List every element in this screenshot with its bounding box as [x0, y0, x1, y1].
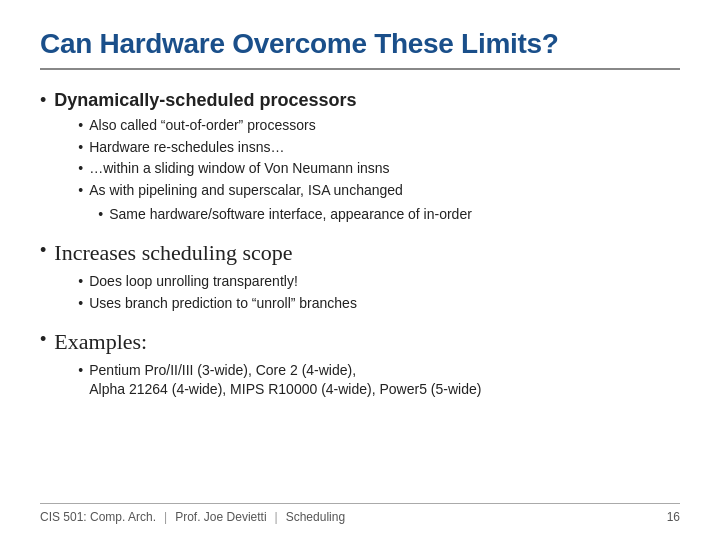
bullet-marker-2: •	[40, 239, 46, 262]
footer-page-number: 16	[667, 510, 680, 524]
footer-topic: Scheduling	[286, 510, 345, 524]
bullet-marker: •	[78, 116, 83, 136]
list-item: • Does loop unrolling transparently!	[78, 272, 357, 292]
bullet-marker: •	[98, 205, 103, 225]
list-item: • Also called “out-of-order” processors	[78, 116, 472, 136]
list-item: • …within a sliding window of Von Neuman…	[78, 159, 472, 179]
footer-sep-1: |	[164, 510, 167, 524]
slide-title: Can Hardware Overcome These Limits?	[40, 28, 680, 70]
bullet-marker-3: •	[40, 328, 46, 351]
bullet-marker: •	[78, 181, 83, 201]
section-2-header: Increases scheduling scope	[54, 240, 292, 265]
list-item: • Pentium Pro/II/III (3-wide), Core 2 (4…	[78, 361, 481, 400]
section-2-subbullets: • Does loop unrolling transparently! • U…	[78, 272, 357, 313]
footer-left: CIS 501: Comp. Arch. | Prof. Joe Deviett…	[40, 510, 345, 524]
section-increases-scheduling: • Increases scheduling scope • Does loop…	[40, 238, 680, 313]
sub-item-text: Also called “out-of-order” processors	[89, 116, 315, 136]
sub-item-text: As with pipelining and superscalar, ISA …	[89, 181, 403, 201]
section-dynamically-scheduled: • Dynamically-scheduled processors • Als…	[40, 88, 680, 224]
section-2-body: Increases scheduling scope • Does loop u…	[54, 238, 357, 313]
sub-item-text: …within a sliding window of Von Neumann …	[89, 159, 389, 179]
bullet-marker: •	[78, 361, 83, 381]
slide-footer: CIS 501: Comp. Arch. | Prof. Joe Deviett…	[40, 503, 680, 524]
sub-sub-item-text: Same hardware/software interface, appear…	[109, 205, 472, 225]
section-1-subbullets: • Also called “out-of-order” processors …	[78, 116, 472, 224]
section-3-body: Examples: • Pentium Pro/II/III (3-wide),…	[54, 327, 481, 400]
list-item-nested: • Same hardware/software interface, appe…	[98, 205, 472, 225]
list-item: • Hardware re-schedules insns…	[78, 138, 472, 158]
sub-item-text: Uses branch prediction to “unroll” branc…	[89, 294, 357, 314]
section-3-header: Examples:	[54, 329, 147, 354]
slide-content: • Dynamically-scheduled processors • Als…	[40, 88, 680, 503]
list-item: • Uses branch prediction to “unroll” bra…	[78, 294, 357, 314]
section-3-subbullets: • Pentium Pro/II/III (3-wide), Core 2 (4…	[78, 361, 481, 400]
list-item: • As with pipelining and superscalar, IS…	[78, 181, 472, 201]
bullet-marker: •	[78, 159, 83, 179]
footer-sep-2: |	[275, 510, 278, 524]
sub-item-text: Hardware re-schedules insns…	[89, 138, 284, 158]
sub-item-text: Pentium Pro/II/III (3-wide), Core 2 (4-w…	[89, 361, 481, 400]
section-1-header: Dynamically-scheduled processors	[54, 90, 356, 110]
section-1-body: Dynamically-scheduled processors • Also …	[54, 88, 472, 224]
sub-item-text: Does loop unrolling transparently!	[89, 272, 298, 292]
section-examples: • Examples: • Pentium Pro/II/III (3-wide…	[40, 327, 680, 400]
bullet-marker-1: •	[40, 89, 46, 112]
bullet-marker: •	[78, 294, 83, 314]
slide: Can Hardware Overcome These Limits? • Dy…	[0, 0, 720, 540]
footer-course: CIS 501: Comp. Arch.	[40, 510, 156, 524]
footer-professor: Prof. Joe Devietti	[175, 510, 266, 524]
bullet-marker: •	[78, 138, 83, 158]
bullet-marker: •	[78, 272, 83, 292]
